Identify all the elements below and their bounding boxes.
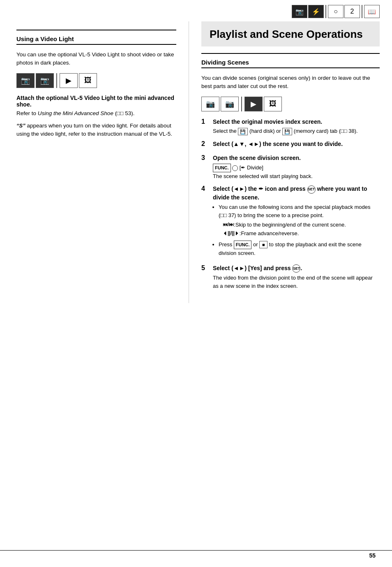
- step-3-num: 3: [201, 154, 213, 162]
- left-icon-video: 📷: [16, 73, 35, 88]
- step-1-num: 1: [201, 118, 213, 125]
- circle-icon-step3: [232, 165, 238, 171]
- step-4: 4 Select (◄►) the ✒ icon and press SET w…: [201, 185, 380, 259]
- step-4-body: You can use the following icons and the …: [213, 203, 380, 257]
- video-mode-icon[interactable]: 📷: [292, 5, 307, 18]
- card-icon: 💾: [282, 128, 292, 135]
- step-5-title: Select (◄►) [Yes] and press SET.: [213, 264, 380, 273]
- bold-instruction: Attach the optional VL-5 Video Light to …: [16, 95, 176, 108]
- step-1-content: Select the original movies index screen.…: [213, 118, 380, 135]
- step-3: 3 Open the scene division screen. FUNC. …: [201, 154, 380, 180]
- right-icon-play: ▶: [244, 97, 263, 111]
- left-column: Using a Video Light You can use the opti…: [0, 21, 189, 303]
- step-4-title: Select (◄►) the ✒ icon and press SET whe…: [213, 185, 380, 201]
- refer-suffix: (□□ 53).: [113, 110, 135, 116]
- hdd-icon: 💾: [238, 128, 248, 135]
- dividing-scenes-title: Dividing Scenes: [201, 59, 380, 68]
- right-icon-camera: 📷: [221, 97, 239, 111]
- bullet-2: Press FUNC. or ■ to stop the playback an…: [219, 241, 380, 257]
- right-icon-photo: 🖼: [264, 97, 282, 111]
- steps-list: 1 Select the original movies index scree…: [201, 118, 380, 290]
- step-1: 1 Select the original movies index scree…: [201, 118, 380, 135]
- step-1-body: Select the 💾 (hard disk) or 💾 (memory ca…: [213, 127, 380, 135]
- right-col-inner: Dividing Scenes You can divide scenes (o…: [201, 46, 380, 290]
- mode-icon-group: 📷 ⚡ ○ 2 📖: [292, 5, 380, 18]
- top-icon-bar: 📷 ⚡ ○ 2 📖: [0, 0, 392, 21]
- right-icon-video: 📷: [201, 97, 219, 111]
- bottom-line: [0, 550, 392, 551]
- refer-prefix: Refer to: [16, 110, 38, 116]
- left-icon-play: ▶: [60, 73, 78, 88]
- right-mode-icons: 📷 📷 ▶ 🖼: [201, 97, 380, 111]
- step-5-num: 5: [201, 264, 213, 272]
- step-4-content: Select (◄►) the ✒ icon and press SET whe…: [213, 185, 380, 259]
- left-divider: [16, 30, 176, 30]
- left-icon-photo: 🖼: [79, 73, 97, 88]
- symbol-note: “S” appears when you turn on the video l…: [16, 122, 176, 139]
- sub-bullet-skip: ⏮/⏭​​:Skip to the beginning/end of the c…: [223, 221, 380, 229]
- func-button: FUNC.: [213, 164, 231, 172]
- icon-separator-2: [362, 5, 362, 18]
- step-1-title: Select the original movies index screen.: [213, 118, 380, 126]
- book-mode-icon[interactable]: 📖: [364, 5, 380, 18]
- frame-icon-text: :Frame advance/reverse.: [240, 229, 299, 238]
- circle-mode-icon[interactable]: ○: [328, 5, 344, 18]
- left-icon-sep: [56, 73, 57, 88]
- left-mode-icons: 📷 📷 ▶ 🖼: [16, 73, 176, 88]
- left-intro: You can use the optional VL-5 Video Ligh…: [16, 51, 176, 67]
- step-5: 5 Select (◄►) [Yes] and press SET. The v…: [201, 264, 380, 290]
- skip-icon-text: :Skip to the beginning/end of the curren…: [234, 221, 346, 229]
- bullet-1: You can use the following icons and the …: [219, 203, 380, 238]
- playlist-header: Playlist and Scene Operations: [201, 21, 380, 46]
- set-circle-step4: SET: [307, 185, 316, 194]
- step-2-content: Select (▲▼, ◄►) the scene you want to di…: [213, 140, 380, 150]
- step-2: 2 Select (▲▼, ◄►) the scene you want to …: [201, 140, 380, 150]
- number-mode-icon[interactable]: 2: [344, 5, 360, 18]
- flash-mode-icon[interactable]: ⚡: [308, 5, 324, 18]
- frame-icon-label: ⏴||/||⏵: [223, 229, 240, 237]
- step-4-bullets: You can use the following icons and the …: [219, 203, 380, 257]
- dividing-intro: You can divide scenes (original scenes o…: [201, 74, 380, 91]
- step-3-content: Open the scene division screen. FUNC. [✒…: [213, 154, 380, 180]
- vl-symbol: “S”: [16, 123, 25, 129]
- symbol-note-text: appears when you turn on the video light…: [16, 123, 172, 137]
- step-3-body: FUNC. [✒ Divide] The scene selected will…: [213, 164, 380, 180]
- func-button-step4: FUNC.: [234, 241, 252, 249]
- step-3-title: Open the scene division screen.: [213, 154, 380, 162]
- left-section-title: Using a Video Light: [16, 35, 176, 45]
- stop-button: ■: [259, 241, 267, 248]
- page-number: 55: [369, 552, 376, 559]
- step-5-content: Select (◄►) [Yes] and press SET. The vid…: [213, 264, 380, 290]
- refer-text: Refer to Using the Mini Advanced Shoe (□…: [16, 109, 176, 118]
- right-column: Playlist and Scene Operations Dividing S…: [189, 21, 392, 303]
- main-content: Using a Video Light You can use the opti…: [0, 21, 392, 303]
- playlist-header-title: Playlist and Scene Operations: [210, 28, 371, 41]
- step-2-title: Select (▲▼, ◄►) the scene you want to di…: [213, 140, 380, 148]
- set-circle-step5: SET: [292, 264, 300, 273]
- refer-link: Using the Mini Advanced Shoe: [38, 110, 113, 116]
- skip-icon-label: ⏮/⏭​: [223, 221, 234, 229]
- sub-bullet-frame: ⏴||/||⏵:Frame advance/reverse.: [223, 229, 380, 238]
- step-4-num: 4: [201, 185, 213, 192]
- step-5-body: The video from the division point to the…: [213, 274, 380, 290]
- step-2-num: 2: [201, 140, 213, 148]
- sub-bullets: ⏮/⏭​​:Skip to the beginning/end of the c…: [223, 221, 380, 238]
- right-icon-sep: [241, 97, 242, 111]
- left-icon-camera: 📷: [36, 73, 54, 88]
- icon-separator: [325, 5, 326, 18]
- right-divider: [201, 53, 380, 54]
